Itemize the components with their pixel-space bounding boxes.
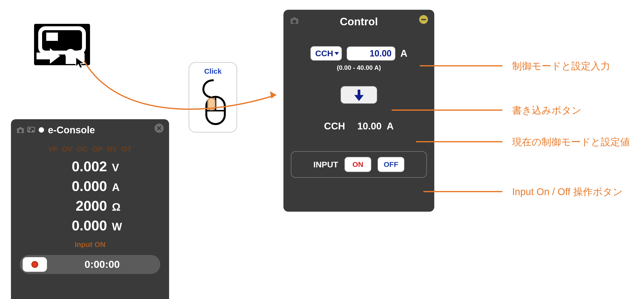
record-icon	[32, 261, 38, 268]
status-dot-icon	[39, 127, 44, 132]
range-hint: (0.00 - 40.00 A)	[284, 64, 434, 72]
resistance-row: 2000 Ω	[11, 198, 169, 214]
svg-rect-4	[46, 32, 58, 41]
voltage-unit: V	[112, 162, 126, 174]
camera-icon[interactable]	[16, 126, 24, 134]
control-header: Control	[284, 10, 434, 29]
setpoint-row: CCH A	[284, 46, 434, 60]
alarm-ot: OT	[122, 145, 132, 153]
resistance-unit: Ω	[112, 201, 126, 213]
control-panel: Control CCH A (0.00 - 40.00 A) CCH 10.00…	[284, 10, 434, 212]
record-button[interactable]	[23, 257, 47, 272]
record-bar: 0:00:00	[20, 255, 160, 274]
chevron-down-icon	[334, 52, 339, 55]
minimize-icon	[421, 19, 426, 20]
arrow-down-icon	[352, 88, 366, 102]
voltage-row: 0.002 V	[11, 158, 169, 174]
input-status-label: Input ON	[11, 240, 169, 249]
on-label: ON	[352, 160, 364, 168]
power-unit: W	[112, 221, 126, 233]
current-unit: A	[386, 121, 394, 132]
input-onoff-panel: INPUT ON OFF	[291, 151, 427, 178]
svg-marker-12	[270, 91, 276, 98]
alarm-oc: OC	[77, 145, 88, 153]
write-button[interactable]	[340, 86, 377, 104]
control-title: Control	[340, 16, 378, 28]
leader-line	[420, 65, 502, 66]
input-label: INPUT	[313, 160, 338, 169]
current-value: 10.00	[357, 121, 382, 132]
power-value: 0.000	[54, 217, 107, 234]
leader-line	[416, 141, 502, 142]
svg-point-2	[32, 130, 34, 132]
mode-select-value: CCH	[315, 49, 333, 58]
annotation-current-setting: 現在の制御モードと設定値	[512, 135, 630, 149]
flow-arrow	[82, 58, 288, 126]
voltage-value: 0.002	[54, 158, 107, 174]
alarm-vf: VF	[48, 145, 58, 153]
annotation-write-button: 書き込みボタン	[512, 104, 582, 117]
input-off-button[interactable]: OFF	[378, 157, 404, 172]
econsole-panel: e-Console VF OV OC OP RV OT 0.002 V 0.00…	[11, 119, 169, 299]
record-timer: 0:00:00	[47, 258, 158, 270]
current-row: 0.000 A	[11, 178, 169, 194]
current-value: 0.000	[54, 178, 107, 194]
show-control-icon[interactable]	[27, 126, 35, 134]
leader-line	[423, 191, 502, 192]
measurements: 0.002 V 0.000 A 2000 Ω 0.000 W	[11, 158, 169, 234]
alarm-indicators: VF OV OC OP RV OT	[11, 145, 169, 153]
annotation-mode-input: 制御モードと設定入力	[512, 59, 610, 73]
off-label: OFF	[384, 160, 398, 168]
annotation-input-onoff: Input On / Off 操作ボタン	[512, 185, 622, 198]
alarm-op: OP	[92, 145, 103, 153]
input-on-button[interactable]: ON	[344, 157, 371, 172]
svg-rect-1	[29, 128, 31, 130]
current-mode: CCH	[324, 121, 345, 132]
resistance-value: 2000	[54, 198, 107, 214]
power-row: 0.000 W	[11, 217, 169, 234]
minimize-button[interactable]	[419, 15, 428, 24]
camera-icon[interactable]	[290, 16, 299, 25]
alarm-rv: RV	[107, 145, 117, 153]
current-setting-row: CCH 10.00 A	[284, 121, 434, 132]
setpoint-unit: A	[400, 48, 407, 59]
setpoint-input[interactable]	[347, 46, 395, 60]
leader-line	[392, 110, 502, 111]
alarm-ov: OV	[62, 145, 72, 153]
mode-select[interactable]: CCH	[310, 46, 342, 60]
current-unit: A	[112, 181, 126, 194]
